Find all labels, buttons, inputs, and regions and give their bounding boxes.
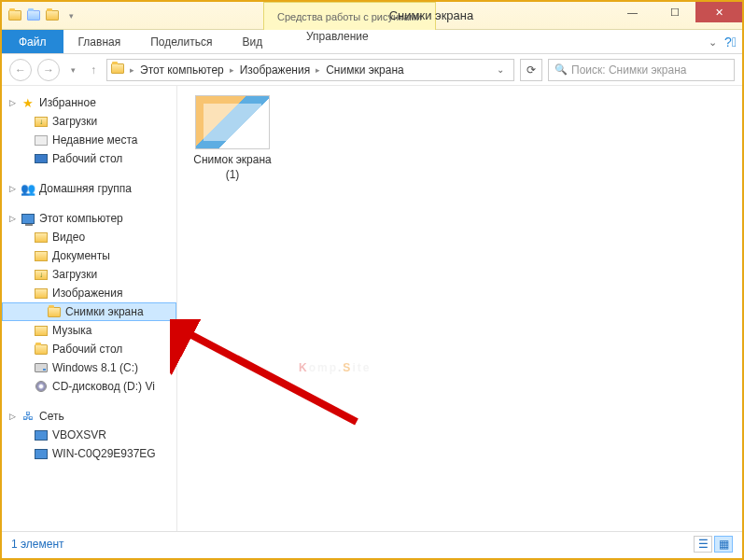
- chevron-right-icon[interactable]: ▸: [130, 65, 134, 75]
- tree-label: Рабочий стол: [52, 343, 122, 356]
- chevron-right-icon[interactable]: ▸: [230, 65, 234, 75]
- address-dropdown-icon[interactable]: ⌄: [491, 64, 510, 75]
- chevron-right-icon[interactable]: ▸: [316, 65, 320, 75]
- desktop-folder-icon: [34, 342, 49, 357]
- file-tab[interactable]: Файл: [2, 30, 63, 53]
- expand-icon[interactable]: ▷: [9, 412, 21, 421]
- tree-item-drive-d[interactable]: CD-дисковод (D:) Vi: [2, 377, 176, 396]
- tree-item-screenshots[interactable]: Снимки экрана: [2, 302, 176, 321]
- nav-back-button[interactable]: ←: [9, 59, 32, 81]
- tree-label: Домашняя группа: [39, 182, 132, 195]
- status-item-count: 1 элемент: [11, 538, 64, 551]
- computer-icon: [21, 211, 35, 226]
- nav-recent-dropdown[interactable]: ▾: [65, 59, 80, 81]
- recent-icon: [34, 133, 49, 147]
- star-icon: ★: [21, 95, 35, 110]
- images-folder-icon: [34, 286, 49, 301]
- tab-home[interactable]: Главная: [63, 30, 136, 53]
- quick-access-toolbar: ▾: [2, 8, 84, 23]
- tree-label: Сеть: [39, 410, 64, 423]
- tree-computer: ▷ Этот компьютер Видео Документы Загрузк…: [2, 209, 176, 396]
- properties-icon[interactable]: [26, 8, 41, 23]
- ribbon-corner: ⌄ ?⃝: [709, 30, 737, 54]
- breadcrumb-item[interactable]: Снимки экрана: [322, 63, 408, 77]
- view-icons-button[interactable]: ▦: [714, 536, 733, 553]
- address-bar[interactable]: ▸ Этот компьютер ▸ Изображения ▸ Снимки …: [106, 59, 514, 81]
- tab-share[interactable]: Поделиться: [135, 30, 227, 53]
- help-icon[interactable]: ?⃝: [724, 35, 737, 49]
- tree-item-images[interactable]: Изображения: [2, 284, 176, 302]
- disc-icon: [34, 379, 49, 394]
- tree-root-homegroup[interactable]: ▷ 👥 Домашняя группа: [2, 179, 176, 198]
- minimize-button[interactable]: —: [611, 2, 653, 22]
- tree-item-downloads2[interactable]: Загрузки: [2, 265, 176, 284]
- tree-label: CD-дисковод (D:) Vi: [52, 380, 155, 393]
- tree-label: Загрузки: [52, 268, 97, 281]
- ribbon-tabs: Файл Главная Поделиться Вид Управление ⌄…: [2, 30, 742, 54]
- content-pane[interactable]: Снимок экрана (1) Komp.Site: [177, 86, 742, 531]
- tree-label: Windows 8.1 (C:): [52, 361, 138, 374]
- window-controls: — ☐ ✕: [611, 2, 742, 22]
- tree-item-desktop2[interactable]: Рабочий стол: [2, 340, 176, 358]
- drive-icon: [34, 360, 49, 375]
- network-icon: 🖧: [21, 409, 35, 424]
- qat-dropdown-icon[interactable]: ▾: [63, 8, 78, 23]
- tree-label: Видео: [52, 231, 85, 244]
- tree-item-downloads[interactable]: Загрузки: [2, 112, 176, 131]
- explorer-body: ▷ ★ Избранное Загрузки Недавние места Ра…: [2, 86, 742, 531]
- expand-icon[interactable]: ▷: [9, 214, 21, 223]
- tree-item-netpc1[interactable]: VBOXSVR: [2, 426, 176, 444]
- tree-root-favorites[interactable]: ▷ ★ Избранное: [2, 93, 176, 112]
- tree-label: Избранное: [39, 96, 96, 109]
- refresh-button[interactable]: ⟳: [520, 59, 542, 81]
- view-switcher: ☰ ▦: [694, 536, 733, 553]
- downloads-icon: [34, 114, 49, 129]
- expand-icon[interactable]: ▷: [9, 184, 21, 193]
- search-input[interactable]: 🔍 Поиск: Снимки экрана: [548, 59, 735, 81]
- nav-forward-button[interactable]: →: [37, 59, 60, 81]
- nav-up-button[interactable]: ↑: [86, 59, 101, 81]
- folder-icon[interactable]: [7, 8, 22, 23]
- tree-favorites: ▷ ★ Избранное Загрузки Недавние места Ра…: [2, 93, 176, 168]
- expand-icon[interactable]: ▷: [9, 98, 21, 107]
- maximize-button[interactable]: ☐: [653, 2, 695, 22]
- folder-icon: [111, 63, 126, 77]
- tree-item-video[interactable]: Видео: [2, 228, 176, 246]
- new-folder-icon[interactable]: [45, 8, 60, 23]
- title-bar: ▾ Средства работы с рисунками Снимки экр…: [2, 2, 742, 30]
- tab-view[interactable]: Вид: [227, 30, 277, 53]
- tree-item-music[interactable]: Музыка: [2, 321, 176, 340]
- file-item[interactable]: Снимок экрана (1): [190, 95, 274, 182]
- breadcrumb-item[interactable]: Изображения: [236, 63, 314, 77]
- breadcrumb-item[interactable]: Этот компьютер: [136, 63, 228, 77]
- tree-label: Этот компьютер: [39, 212, 123, 225]
- tree-label: Рабочий стол: [52, 152, 122, 165]
- view-details-button[interactable]: ☰: [694, 536, 712, 553]
- tree-item-drive-c[interactable]: Windows 8.1 (C:): [2, 358, 176, 377]
- tree-label: VBOXSVR: [52, 428, 106, 441]
- tree-label: Музыка: [52, 324, 91, 337]
- network-pc-icon: [34, 446, 49, 461]
- watermark: Komp.Site: [299, 310, 371, 386]
- tab-manage[interactable]: Управление: [291, 30, 384, 43]
- tree-item-documents[interactable]: Документы: [2, 246, 176, 265]
- network-pc-icon: [34, 427, 49, 442]
- homegroup-icon: 👥: [21, 181, 35, 196]
- tree-root-network[interactable]: ▷ 🖧 Сеть: [2, 407, 176, 426]
- file-name: Снимок экрана (1): [190, 153, 274, 182]
- tree-label: Изображения: [52, 287, 122, 300]
- tree-root-computer[interactable]: ▷ Этот компьютер: [2, 209, 176, 228]
- tree-label: Документы: [52, 249, 110, 262]
- navigation-pane: ▷ ★ Избранное Загрузки Недавние места Ра…: [2, 86, 177, 531]
- tree-item-desktop[interactable]: Рабочий стол: [2, 149, 176, 168]
- documents-folder-icon: [34, 248, 49, 263]
- downloads-folder-icon: [34, 267, 49, 282]
- folder-icon: [47, 304, 62, 319]
- tree-homegroup: ▷ 👥 Домашняя группа: [2, 179, 176, 198]
- tree-item-netpc2[interactable]: WIN-C0Q29E937EG: [2, 444, 176, 463]
- ribbon-expand-icon[interactable]: ⌄: [709, 36, 717, 49]
- video-folder-icon: [34, 230, 49, 245]
- tree-label: Загрузки: [52, 115, 97, 128]
- tree-item-recent[interactable]: Недавние места: [2, 131, 176, 149]
- close-button[interactable]: ✕: [695, 2, 742, 22]
